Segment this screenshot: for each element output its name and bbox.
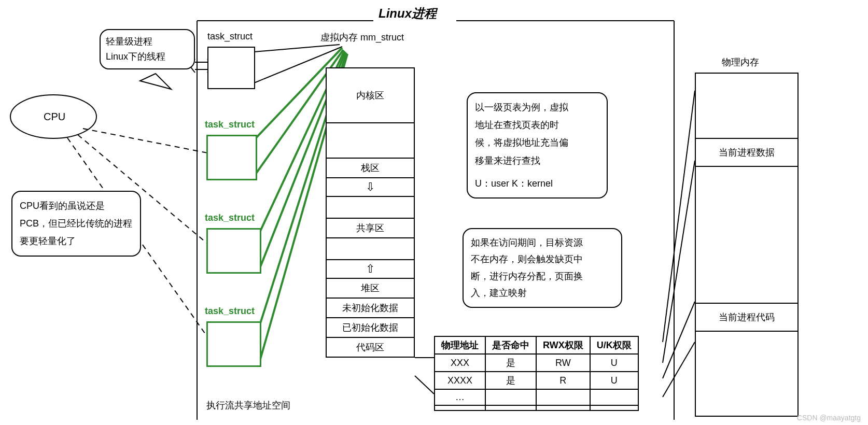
vm-arrow-up: ⇧ <box>326 260 415 279</box>
svg-line-15 <box>415 376 434 394</box>
pt-c <box>590 405 638 410</box>
bubble-pt-l2: 地址在查找页表的时 <box>475 116 599 134</box>
bubble-pf-l1: 如果在访问期间，目标资源 <box>471 234 614 251</box>
pt-c <box>485 405 536 410</box>
table-row: XXX 是 RW U <box>435 354 638 372</box>
vm-column: 内核区 栈区 ⇩ 共享区 ⇧ 堆区 未初始化数据 已初始化数据 代码区 <box>326 67 415 358</box>
pt-h2: RWX权限 <box>536 336 590 354</box>
vm-spacer-3 <box>326 238 415 260</box>
svg-line-1 <box>83 129 207 153</box>
cpu-label: CPU <box>44 111 65 123</box>
pt-c: XXXX <box>435 372 485 389</box>
bubble-pf-l4: 入，建立映射 <box>471 285 614 301</box>
bubble-pt-l1: 以一级页表为例，虚拟 <box>475 98 599 116</box>
pt-c: U <box>590 354 638 372</box>
bubble-lwp-l2: Linux下的线程 <box>106 49 189 64</box>
vm-code: 代码区 <box>326 338 415 358</box>
phys-spacer-1 <box>695 73 799 139</box>
task-struct-green-box-1 <box>206 135 257 180</box>
vm-data: 已初始化数据 <box>326 318 415 338</box>
bubble-lwp-l1: 轻量级进程 <box>106 34 189 49</box>
bubble-pt-l4: 移量来进行查找 <box>475 152 599 169</box>
task-struct-green-label-2: task_struct <box>205 212 255 223</box>
pt-h0: 物理地址 <box>435 336 485 354</box>
diagram-title: Linux进程 <box>379 5 437 22</box>
pt-c: 是 <box>485 372 536 389</box>
svg-line-18 <box>663 302 695 378</box>
table-row: … <box>435 389 638 405</box>
vm-stack: 栈区 <box>326 159 415 178</box>
pt-c <box>590 389 638 405</box>
pt-c: R <box>536 372 590 389</box>
svg-line-19 <box>663 342 695 397</box>
vm-spacer-1 <box>326 123 415 159</box>
phys-spacer-2 <box>695 167 799 304</box>
vm-spacer-2 <box>326 197 415 219</box>
pt-c: RW <box>536 354 590 372</box>
task-struct-black-label: task_struct <box>207 31 253 42</box>
pt-h1: 是否命中 <box>485 336 536 354</box>
task-struct-green-label-1: task_struct <box>205 119 255 130</box>
pt-c: 是 <box>485 354 536 372</box>
svg-line-17 <box>663 161 695 363</box>
vm-bss: 未初始化数据 <box>326 299 415 318</box>
pt-c: U <box>590 372 638 389</box>
share-address-space: 执行流共享地址空间 <box>206 399 290 412</box>
pt-c <box>536 405 590 410</box>
bubble-lwp: 轻量级进程 Linux下的线程 <box>100 29 195 69</box>
bubble-pagefault: 如果在访问期间，目标资源 不在内存，则会触发缺页中 断，进行内存分配，页面换 入… <box>463 228 622 308</box>
vm-kernel: 内核区 <box>326 67 415 123</box>
phys-mem-column: 当前进程数据 当前进程代码 <box>695 73 799 417</box>
watermark: CSDN @maayatgtg <box>797 414 861 422</box>
table-row: 物理地址 是否命中 RWX权限 U/K权限 <box>435 336 638 354</box>
bubble-pagetable: 以一级页表为例，虚拟 地址在查找页表的时 候，将虚拟地址充当偏 移量来进行查找 … <box>467 92 608 199</box>
phys-mem-title: 物理内存 <box>722 56 759 68</box>
mm-struct-label: 虚拟内存 mm_struct <box>320 31 404 44</box>
vm-arrow-down: ⇩ <box>326 178 415 197</box>
vm-shared: 共享区 <box>326 219 415 238</box>
page-table: 物理地址 是否命中 RWX权限 U/K权限 XXX 是 RW U XXXX 是 … <box>434 336 639 411</box>
vm-heap: 堆区 <box>326 279 415 299</box>
bubble-pf-l2: 不在内存，则会触发缺页中 <box>471 251 614 267</box>
task-struct-black-box <box>207 47 255 89</box>
bubble-pt-l3: 候，将虚拟地址充当偏 <box>475 134 599 151</box>
pt-c <box>536 389 590 405</box>
pt-c <box>485 389 536 405</box>
task-struct-green-box-2 <box>206 228 261 274</box>
table-row: XXXX 是 R U <box>435 372 638 389</box>
pt-c: XXX <box>435 354 485 372</box>
phys-code: 当前进程代码 <box>695 304 799 332</box>
phys-spacer-3 <box>695 332 799 417</box>
phys-data: 当前进程数据 <box>695 139 799 167</box>
pt-c: … <box>435 389 485 405</box>
pt-c <box>435 405 485 410</box>
table-row <box>435 405 638 410</box>
bubble-pf-l3: 断，进行内存分配，页面换 <box>471 268 614 285</box>
pt-h3: U/K权限 <box>590 336 638 354</box>
task-struct-green-box-3 <box>206 321 261 367</box>
task-struct-green-label-3: task_struct <box>205 306 255 317</box>
svg-line-16 <box>663 91 695 342</box>
bubble-pcb: CPU看到的虽说还是PCB，但已经比传统的进程要更轻量化了 <box>11 191 141 257</box>
bubble-pt-l5: U：user K：kernel <box>475 175 599 192</box>
svg-line-7 <box>254 45 340 52</box>
